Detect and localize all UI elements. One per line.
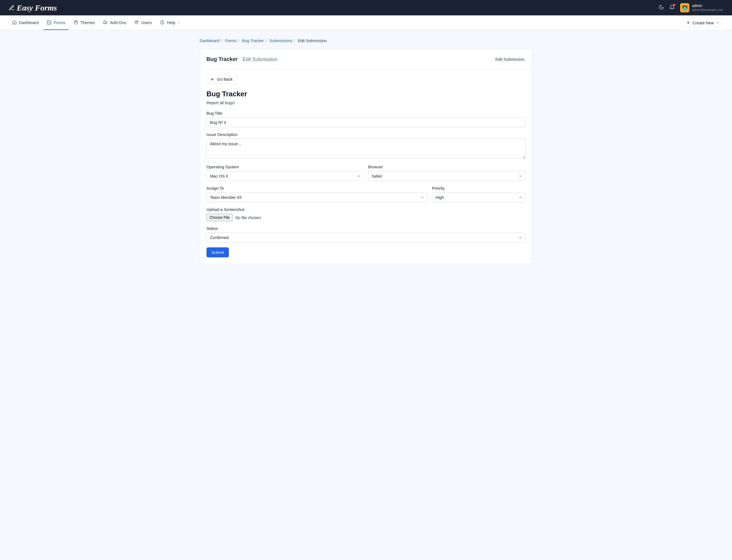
- nav-addons[interactable]: Add-Ons: [100, 15, 129, 30]
- moon-icon: [659, 5, 664, 10]
- theme-toggle[interactable]: [659, 5, 664, 11]
- nav-label: Help: [167, 20, 175, 25]
- page-meta: Edit Submission.: [495, 57, 526, 62]
- bug-title-input[interactable]: [206, 117, 526, 127]
- nav-label: Users: [141, 20, 152, 25]
- crumb-forms[interactable]: Forms: [225, 38, 237, 43]
- chevron-down-icon: [177, 21, 180, 24]
- nav-label: Dashboard: [19, 20, 39, 25]
- notification-dot: [673, 4, 676, 6]
- home-icon: [12, 20, 17, 25]
- user-menu[interactable]: 🧑‍💻 admin admin@example.com: [680, 3, 723, 12]
- check-square-icon: [47, 20, 52, 25]
- choose-file-button[interactable]: Choose File: [206, 214, 233, 221]
- form-title: Bug Tracker: [206, 90, 526, 98]
- nav-label: Themes: [80, 20, 95, 25]
- notifications-button[interactable]: [669, 5, 675, 11]
- palette-icon: [73, 20, 78, 25]
- status-select[interactable]: Confirmed: [206, 233, 526, 243]
- nav-help[interactable]: Help: [156, 15, 184, 30]
- submit-button[interactable]: Submit: [206, 247, 229, 257]
- bug-title-label: Bug Title: [206, 111, 526, 115]
- crumb-dashboard[interactable]: Dashboard: [200, 38, 219, 43]
- svg-point-3: [76, 22, 77, 22]
- breadcrumb: Dashboard/ Forms/ Bug Tracker/ Submissio…: [200, 38, 532, 43]
- issue-description-textarea[interactable]: About my issue...: [206, 139, 526, 159]
- svg-point-1: [75, 22, 75, 22]
- brand-text: Easy Forms: [17, 3, 57, 12]
- edit-icon: [9, 5, 15, 11]
- form-description: Report all bugs!: [206, 100, 526, 105]
- svg-point-5: [137, 21, 138, 22]
- user-email: admin@example.com: [692, 8, 723, 12]
- brand[interactable]: Easy Forms: [9, 3, 57, 12]
- screenshot-label: Upload a Screenshot: [206, 207, 526, 212]
- file-status: No file chosen: [235, 215, 261, 220]
- crumb-current: Edit Submission: [298, 38, 327, 43]
- page-subtitle: Edit Submission: [243, 57, 277, 62]
- browser-label: Browser: [368, 165, 526, 169]
- svg-point-4: [135, 21, 137, 22]
- crumb-submissions[interactable]: Submissions: [269, 38, 292, 43]
- nav-dashboard[interactable]: Dashboard: [9, 15, 42, 30]
- os-label: Operating System: [206, 165, 364, 169]
- users-icon: [134, 20, 139, 25]
- create-new-button[interactable]: Create New: [682, 18, 723, 28]
- help-icon: [160, 20, 165, 25]
- crumb-bug-tracker[interactable]: Bug Tracker: [242, 38, 264, 43]
- assign-to-label: Assign To: [206, 186, 428, 190]
- priority-label: Priority: [432, 186, 526, 190]
- nav-users[interactable]: Users: [131, 15, 155, 30]
- nav-forms[interactable]: Forms: [43, 15, 69, 30]
- go-back-button[interactable]: Go Back: [206, 74, 237, 84]
- priority-select[interactable]: High: [432, 192, 526, 202]
- user-name: admin: [692, 4, 723, 8]
- arrow-left-icon: [210, 77, 215, 81]
- assign-to-select[interactable]: Team Member #3: [206, 192, 428, 202]
- plus-icon: [686, 21, 690, 25]
- os-select[interactable]: Mac OS X: [206, 171, 364, 181]
- nav-themes[interactable]: Themes: [70, 15, 98, 30]
- back-label: Go Back: [217, 77, 233, 81]
- chevron-down-icon: [716, 21, 719, 24]
- issue-description-label: Issue Description: [206, 132, 526, 137]
- puzzle-icon: [103, 20, 108, 25]
- nav-label: Add-Ons: [110, 20, 126, 25]
- create-label: Create New: [693, 21, 714, 25]
- nav-label: Forms: [54, 20, 65, 25]
- page-title: Bug Tracker: [206, 56, 238, 62]
- avatar: 🧑‍💻: [680, 3, 689, 12]
- browser-select[interactable]: Safari: [368, 171, 526, 181]
- status-label: Status: [206, 226, 526, 231]
- svg-point-2: [76, 21, 76, 22]
